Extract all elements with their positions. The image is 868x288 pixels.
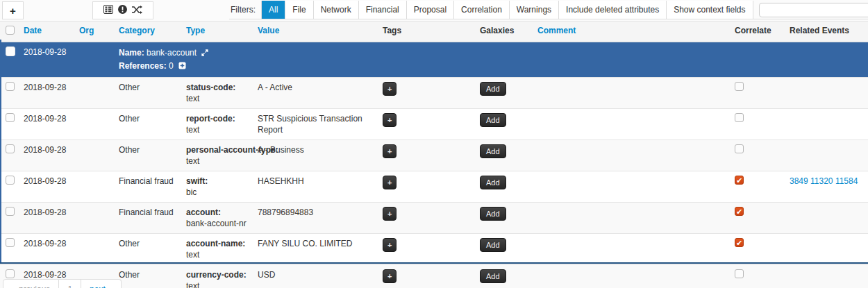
pagination-next[interactable]: next » (81, 279, 122, 288)
row-select-cell (0, 203, 18, 234)
category-cell: Financial fraud (113, 171, 181, 203)
shuffle-icon[interactable] (132, 6, 142, 16)
correlate-checkbox[interactable] (735, 207, 744, 216)
add-attribute-button[interactable]: + (2, 1, 24, 19)
add-tag-button[interactable]: + (383, 113, 397, 127)
row-select-cell (0, 109, 18, 140)
add-galaxy-button[interactable]: Add (480, 82, 506, 96)
row-select-checkbox[interactable] (6, 176, 15, 185)
tags-cell: + (377, 140, 474, 171)
expand-object-icon[interactable] (201, 49, 208, 58)
value-cell: FANY SILU CO. LIMITED (252, 234, 377, 265)
header-org[interactable]: Org (74, 22, 113, 42)
add-galaxy-button[interactable]: Add (480, 144, 506, 158)
date-cell: 2018-09-28 (18, 109, 74, 140)
pagination: « previous 1 next » (3, 279, 122, 288)
value-cell: A - Active (252, 78, 377, 109)
list-view-icon[interactable] (103, 5, 113, 16)
filter-tab-financial[interactable]: Financial (359, 1, 407, 19)
object-references-value: 0 (169, 61, 174, 71)
filter-tab-correlation[interactable]: Correlation (454, 1, 510, 19)
add-tag-button[interactable]: + (383, 207, 397, 221)
filter-tab-warnings[interactable]: Warnings (510, 1, 559, 19)
attribute-row-status-code: 2018-09-28 Other status-code:text A - Ac… (0, 78, 868, 109)
filter-tab-proposal[interactable]: Proposal (407, 1, 454, 19)
correlate-checkbox[interactable] (735, 238, 744, 247)
org-cell (74, 78, 113, 109)
filter-tab-file[interactable]: File (285, 1, 313, 19)
add-galaxy-button[interactable]: Add (480, 269, 506, 283)
row-select-checkbox[interactable] (6, 269, 15, 278)
filter-tab-include-deleted[interactable]: Include deleted attributes (559, 1, 667, 19)
type-cell: account-name:text (181, 234, 252, 265)
galaxies-cell: Add (474, 171, 532, 203)
correlate-checkbox[interactable] (735, 113, 744, 122)
header-type[interactable]: Type (181, 22, 252, 42)
date-cell: 2018-09-28 (18, 140, 74, 171)
pagination-page-1[interactable]: 1 (59, 279, 81, 288)
add-tag-button[interactable]: + (383, 144, 397, 158)
object-select-checkbox[interactable] (6, 46, 15, 56)
galaxies-cell: Add (474, 140, 532, 171)
correlate-checkbox[interactable] (735, 176, 744, 185)
select-all-checkbox[interactable] (6, 26, 15, 35)
row-select-cell (0, 171, 18, 203)
value-cell: 788796894883 (252, 203, 377, 234)
filter-tab-all[interactable]: All (261, 1, 285, 19)
add-galaxy-button[interactable]: Add (480, 238, 506, 252)
filter-tab-show-context[interactable]: Show context fields (667, 1, 753, 19)
add-tag-button[interactable]: + (383, 269, 397, 283)
filter-bar: Filters: All File Network Financial Prop… (229, 1, 868, 19)
header-comment[interactable]: Comment (532, 22, 729, 42)
category-cell: Other (113, 109, 181, 140)
attribute-row-swift: 2018-09-28 Financial fraud swift:bic HAS… (0, 171, 868, 203)
related-event-link[interactable]: 11584 (835, 176, 858, 186)
add-tag-button[interactable]: + (383, 82, 397, 96)
date-cell: 2018-09-28 (18, 78, 74, 109)
select-all-cell (0, 22, 18, 42)
category-cell: Other (113, 140, 181, 171)
row-select-checkbox[interactable] (6, 113, 15, 122)
object-select-cell (0, 42, 18, 78)
value-cell: STR Suspicious Transaction Report (252, 109, 377, 140)
add-galaxy-button[interactable]: Add (480, 176, 506, 189)
type-cell: swift:bic (181, 171, 252, 203)
warning-exclamation-icon[interactable] (118, 5, 127, 16)
correlate-checkbox[interactable] (735, 144, 744, 153)
org-cell (74, 203, 113, 234)
add-tag-button[interactable]: + (383, 238, 397, 252)
org-cell (74, 234, 113, 265)
type-cell: account:bank-account-nr (181, 203, 252, 234)
object-row-bank-account: 2018-09-28 Name: bank-account References… (0, 42, 868, 78)
related-event-link[interactable]: 11320 (810, 176, 833, 186)
header-related-events: Related Events (784, 22, 868, 42)
value-cell: HASEHKHH (252, 171, 377, 203)
comment-cell (532, 234, 729, 265)
related-events-cell (784, 203, 868, 234)
header-correlate: Correlate (729, 22, 784, 42)
row-select-checkbox[interactable] (6, 82, 15, 91)
add-tag-button[interactable]: + (383, 176, 397, 189)
filter-search-input[interactable] (759, 3, 868, 17)
category-cell: Other (113, 78, 181, 109)
related-events-cell: 3849 11320 11584 (784, 171, 868, 203)
filter-tab-network[interactable]: Network (314, 1, 359, 19)
attributes-toolbar: + Filters: All File Network Financial Pr… (0, 0, 868, 21)
header-category[interactable]: Category (113, 22, 181, 42)
related-event-link[interactable]: 3849 (790, 176, 808, 186)
add-reference-icon[interactable] (178, 62, 186, 71)
org-cell (74, 109, 113, 140)
row-select-checkbox[interactable] (6, 207, 15, 216)
filters-label: Filters: (229, 1, 261, 19)
row-select-checkbox[interactable] (6, 144, 15, 153)
correlate-checkbox[interactable] (735, 82, 744, 91)
add-galaxy-button[interactable]: Add (480, 207, 506, 221)
header-value[interactable]: Value (252, 22, 377, 42)
object-name: bank-account (147, 48, 197, 58)
header-galaxies: Galaxies (474, 22, 532, 42)
row-select-checkbox[interactable] (6, 238, 15, 247)
add-galaxy-button[interactable]: Add (480, 113, 506, 127)
correlate-checkbox[interactable] (735, 269, 744, 278)
org-cell (74, 171, 113, 203)
header-date[interactable]: Date (18, 22, 74, 42)
